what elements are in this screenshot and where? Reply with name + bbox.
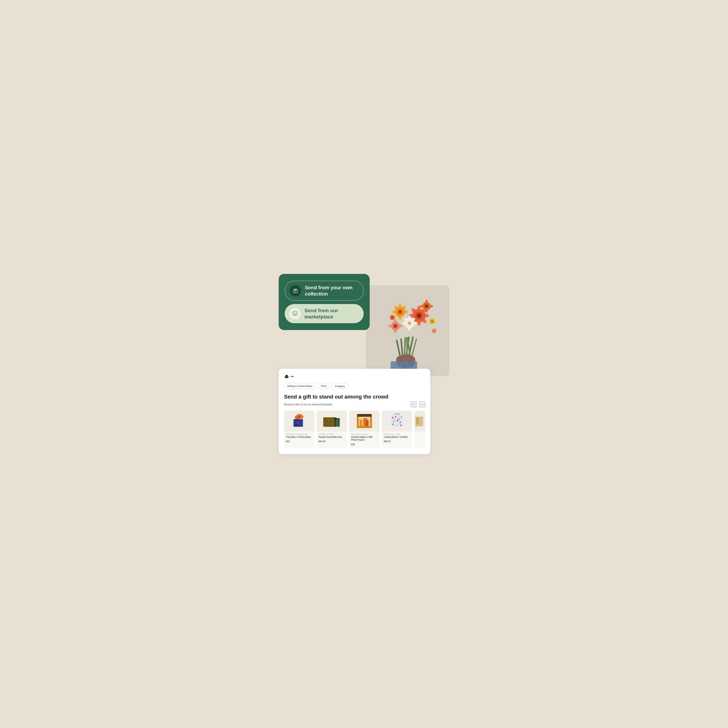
own-collection-label: Send from your own collection: [305, 285, 359, 297]
svg-rect-84: [295, 424, 297, 426]
svg-rect-101: [366, 420, 369, 426]
svg-rect-85: [298, 424, 300, 426]
svg-point-49: [408, 326, 411, 331]
svg-point-5: [295, 313, 296, 313]
svg-point-67: [398, 325, 402, 327]
svg-point-3: [293, 311, 297, 316]
product-img-5: [414, 411, 425, 432]
svg-point-104: [392, 417, 393, 418]
svg-point-64: [394, 319, 397, 324]
svg-point-38: [399, 311, 401, 313]
svg-rect-95: [337, 418, 340, 420]
filter-price[interactable]: Price: [318, 383, 330, 389]
svg-rect-92: [334, 418, 337, 427]
svg-point-81: [295, 422, 297, 424]
marketplace-panel: 〜 Gifting to United States Price Categor…: [279, 369, 430, 454]
svg-point-63: [394, 325, 396, 327]
gift-icon: [292, 287, 298, 294]
svg-point-73: [286, 377, 286, 377]
svg-point-82: [297, 422, 299, 424]
product-name-4: Cutting Board • Confetti: [384, 436, 410, 439]
filter-category[interactable]: Category: [332, 383, 348, 389]
svg-rect-93: [337, 419, 340, 427]
product-info-3: DIFFERENT PUZZLES Gravity Gallery 1,000 …: [349, 432, 379, 448]
svg-point-60: [428, 305, 433, 308]
svg-point-31: [422, 314, 429, 317]
svg-rect-102: [357, 414, 372, 417]
product-card-3[interactable]: DIFFERENT PUZZLES Gravity Gallery 1,000 …: [349, 411, 379, 448]
gift-icon-circle: [290, 285, 301, 296]
product-brand-2: FLAMINGO ESTATE: [318, 434, 345, 435]
svg-point-80: [298, 416, 300, 418]
next-arrow[interactable]: →: [419, 402, 425, 407]
svg-point-112: [396, 425, 397, 426]
flower-photo: [366, 285, 449, 376]
svg-point-74: [287, 377, 288, 377]
svg-rect-87: [323, 417, 336, 427]
own-collection-button[interactable]: Send from your own collection: [285, 281, 364, 300]
svg-point-83: [300, 422, 301, 424]
product-brand-3: DIFFERENT PUZZLES: [351, 434, 378, 435]
main-scene: Send from your own collection Send from …: [279, 274, 449, 454]
product-name-3: Gravity Gallery 1,000 Piece Puzzle: [351, 436, 378, 441]
svg-point-115: [399, 419, 400, 420]
svg-point-72: [432, 328, 436, 333]
svg-point-58: [425, 308, 428, 313]
svg-point-108: [393, 421, 394, 422]
svg-point-57: [425, 300, 428, 304]
svg-point-29: [417, 319, 421, 326]
svg-rect-77: [294, 419, 303, 421]
nav-arrows: ← →: [411, 402, 425, 407]
filter-gifting-location[interactable]: Gifting to United States: [284, 383, 316, 389]
product-price-3: $29: [351, 443, 378, 446]
svg-point-113: [400, 425, 402, 426]
svg-point-39: [399, 304, 402, 309]
section-subtitle: Browse a few of our on-demand favorites: [284, 403, 332, 406]
product-name-1: Treat Box • 6 Chocolates: [286, 436, 312, 439]
svg-point-40: [399, 314, 402, 320]
svg-point-107: [401, 417, 402, 418]
marketplace-label: Send from our marketplace: [304, 308, 359, 320]
subtitle-row: Browse a few of our on-demand favorites …: [284, 402, 425, 407]
flower-image: [366, 285, 449, 376]
product-card-1[interactable]: ANDSONS CHOCOLATIERS Treat Box • 6 Choco…: [284, 411, 314, 448]
svg-point-105: [395, 416, 396, 417]
product-card-4[interactable]: FREDERICKS & MAE Cutting Board • Confett…: [382, 411, 412, 448]
svg-point-27: [417, 314, 421, 317]
svg-point-41: [392, 310, 398, 313]
filter-bar: Gifting to United States Price Category: [284, 383, 425, 389]
product-img-4: [382, 411, 412, 432]
svg-point-42: [403, 310, 408, 313]
product-img-3: [349, 411, 379, 432]
marketplace-button[interactable]: Send from our marketplace: [285, 304, 364, 323]
section-title: Send a gift to stand out among the crowd: [284, 394, 425, 400]
smile-icon: [292, 310, 298, 317]
svg-rect-99: [359, 420, 362, 426]
svg-point-114: [394, 419, 395, 420]
app-logo-text: 〜: [291, 374, 294, 379]
green-card: Send from your own collection Send from …: [279, 274, 370, 330]
product-price-2: $85.00: [318, 440, 345, 443]
product-name-2: Garden Essentials Duo: [318, 436, 345, 439]
product-info-2: FLAMINGO ESTATE Garden Essentials Duo $8…: [317, 432, 347, 445]
svg-point-111: [392, 423, 393, 425]
product-img-2: [317, 411, 347, 432]
svg-point-110: [400, 422, 401, 423]
svg-point-4: [294, 313, 295, 313]
svg-point-48: [408, 316, 411, 321]
product-card-2[interactable]: FLAMINGO ESTATE Garden Essentials Duo $8…: [317, 411, 347, 448]
product-info-1: ANDSONS CHOCOLATIERS Treat Box • 6 Choco…: [284, 432, 314, 445]
panel-logo: 〜: [284, 374, 425, 379]
svg-point-69: [431, 320, 434, 323]
svg-point-59: [420, 305, 425, 308]
prev-arrow[interactable]: ←: [411, 402, 416, 407]
smile-icon-circle: [289, 308, 301, 319]
products-row: ANDSONS CHOCOLATIERS Treat Box • 6 Choco…: [284, 411, 425, 448]
svg-rect-94: [334, 418, 337, 419]
svg-point-65: [394, 328, 397, 333]
svg-text:〜: 〜: [291, 375, 294, 379]
svg-point-50: [402, 322, 407, 325]
product-price-4: $88.00: [384, 440, 410, 443]
svg-rect-118: [416, 418, 419, 424]
product-brand-1: ANDSONS CHOCOLATIERS: [286, 434, 312, 435]
